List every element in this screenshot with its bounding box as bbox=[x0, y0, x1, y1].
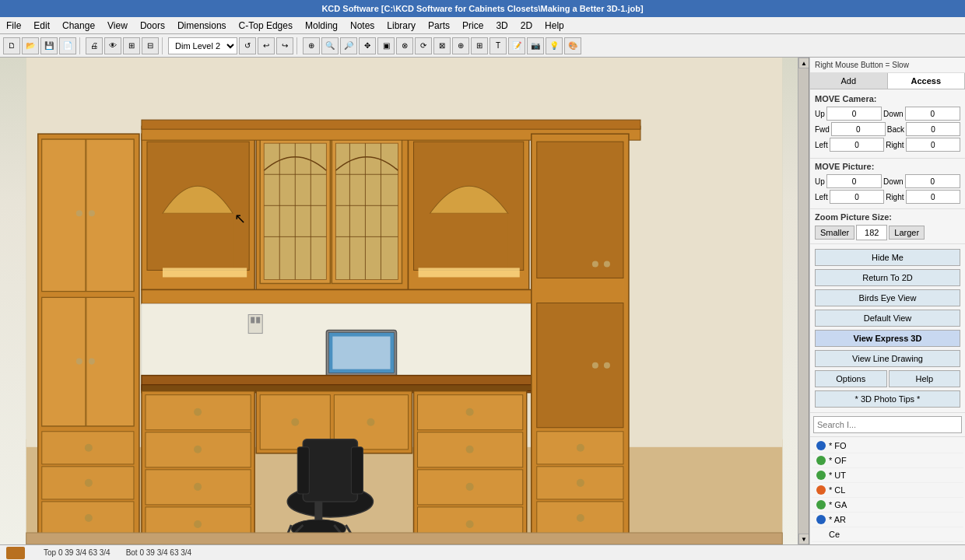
dim-level-select[interactable]: Dim Level 2 Dim Level 1 Dim Level 3 bbox=[168, 37, 237, 54]
tb-refresh[interactable]: ↺ bbox=[239, 37, 256, 54]
tb-mirror[interactable]: ⊕ bbox=[452, 37, 469, 54]
tb-open[interactable]: 📂 bbox=[22, 37, 39, 54]
zoom-controls-row: Smaller Larger bbox=[815, 225, 960, 240]
status-bar: Top 0 39 3/4 63 3/4 Bot 0 39 3/4 63 3/4 bbox=[0, 544, 965, 560]
tb-save2[interactable]: 📄 bbox=[59, 37, 76, 54]
tb-rotate[interactable]: ⟳ bbox=[415, 37, 432, 54]
svg-point-74 bbox=[466, 408, 474, 416]
search-input[interactable] bbox=[813, 416, 962, 433]
svg-point-76 bbox=[466, 446, 474, 453]
camera-fwd-label: Fwd bbox=[815, 125, 830, 134]
status-icon bbox=[6, 547, 25, 559]
menu-molding[interactable]: Molding bbox=[299, 19, 344, 33]
return-to-2d-btn[interactable]: Return To 2D bbox=[815, 269, 960, 286]
svg-rect-42 bbox=[430, 213, 508, 268]
camera-back-input[interactable] bbox=[906, 122, 960, 136]
toolbar: 🗋 📂 💾 📄 🖨 👁 ⊞ ⊟ Dim Level 2 Dim Level 1 … bbox=[0, 34, 965, 58]
list-item-cl[interactable]: * CL bbox=[812, 483, 963, 498]
list-item-ce[interactable]: Ce bbox=[812, 527, 963, 542]
picture-down-input[interactable] bbox=[905, 174, 960, 188]
list-item-ar[interactable]: * AR bbox=[812, 513, 963, 527]
zoom-smaller-btn[interactable]: Smaller bbox=[815, 226, 854, 240]
tb-zoom-fit[interactable]: ⊕ bbox=[303, 37, 320, 54]
svg-point-7 bbox=[76, 210, 82, 216]
svg-rect-46 bbox=[142, 120, 640, 129]
menu-notes[interactable]: Notes bbox=[344, 19, 381, 33]
scroll-down-arrow[interactable]: ▼ bbox=[798, 534, 809, 544]
tb-scale[interactable]: ⊠ bbox=[433, 37, 451, 54]
picture-up-input[interactable] bbox=[826, 174, 882, 188]
svg-point-71 bbox=[367, 418, 374, 426]
zoom-larger-btn[interactable]: Larger bbox=[889, 226, 925, 240]
menu-doors[interactable]: Doors bbox=[134, 19, 171, 33]
menu-price[interactable]: Price bbox=[456, 19, 490, 33]
camera-fwd-input[interactable] bbox=[831, 122, 886, 136]
camera-left-input[interactable] bbox=[830, 138, 884, 152]
list-item-ga[interactable]: * GA bbox=[812, 498, 963, 513]
tb-cam[interactable]: 📷 bbox=[527, 37, 544, 54]
tb-snap[interactable]: ⊟ bbox=[142, 37, 159, 54]
tb-new[interactable]: 🗋 bbox=[3, 37, 20, 54]
tb-select[interactable]: ▣ bbox=[377, 37, 395, 54]
menu-bar: File Edit Change View Doors Dimensions C… bbox=[0, 17, 965, 34]
picture-leftright-row: Left Right bbox=[815, 190, 960, 204]
zoom-value-input[interactable] bbox=[856, 225, 887, 240]
tb-preview[interactable]: 👁 bbox=[104, 37, 121, 54]
view-express-3d-btn[interactable]: View Express 3D bbox=[815, 330, 960, 347]
options-btn[interactable]: Options bbox=[815, 370, 887, 387]
tb-light[interactable]: 💡 bbox=[546, 37, 563, 54]
list-item-ut[interactable]: * UT bbox=[812, 468, 963, 483]
status-bot: Bot 0 39 3/4 63 3/4 bbox=[126, 548, 192, 557]
birds-eye-btn[interactable]: Birds Eye View bbox=[815, 289, 960, 306]
camera-right-input[interactable] bbox=[906, 138, 960, 152]
scroll-up-arrow[interactable]: ▲ bbox=[798, 58, 809, 68]
tb-note[interactable]: 📝 bbox=[508, 37, 525, 54]
help-btn[interactable]: Help bbox=[889, 370, 961, 387]
tab-add[interactable]: Add bbox=[810, 73, 888, 89]
list-item-fo[interactable]: * FO bbox=[812, 439, 963, 453]
tb-dim[interactable]: ⊞ bbox=[471, 37, 488, 54]
viewport-scrollbar[interactable]: ▲ ▼ bbox=[798, 58, 809, 544]
tb-grid[interactable]: ⊞ bbox=[123, 37, 140, 54]
picture-right-input[interactable] bbox=[906, 190, 960, 204]
tb-zoom-out[interactable]: 🔎 bbox=[340, 37, 357, 54]
photo-tips-btn[interactable]: * 3D Photo Tips * bbox=[815, 390, 960, 408]
menu-parts[interactable]: Parts bbox=[422, 19, 456, 33]
zoom-title: Zoom Picture Size: bbox=[815, 212, 960, 222]
default-view-btn[interactable]: Default View bbox=[815, 310, 960, 327]
items-list[interactable]: * FO * OF * UT * CL * GA * AR bbox=[810, 437, 965, 544]
camera-down-input[interactable] bbox=[905, 107, 960, 121]
tb-pan[interactable]: ✥ bbox=[359, 37, 376, 54]
camera-section: MOVE Camera: Up Down Fwd Back Left Right bbox=[810, 89, 965, 159]
view-line-drawing-btn[interactable]: View Line Drawing bbox=[815, 350, 960, 367]
menu-3d[interactable]: 3D bbox=[490, 19, 514, 33]
tb-text[interactable]: T bbox=[490, 37, 507, 54]
tab-access[interactable]: Access bbox=[888, 73, 966, 89]
menu-file[interactable]: File bbox=[0, 19, 27, 33]
tb-move[interactable]: ⊗ bbox=[396, 37, 413, 54]
tb-save[interactable]: 💾 bbox=[40, 37, 58, 54]
tb-zoom-in[interactable]: 🔍 bbox=[321, 37, 339, 54]
menu-view[interactable]: View bbox=[101, 19, 134, 33]
menu-dimensions[interactable]: Dimensions bbox=[171, 19, 233, 33]
tb-print[interactable]: 🖨 bbox=[86, 37, 103, 54]
hide-me-btn[interactable]: Hide Me bbox=[815, 249, 960, 266]
3d-viewport[interactable]: ▲ ▼ bbox=[0, 58, 809, 544]
scroll-track[interactable] bbox=[798, 68, 809, 534]
tb-undo[interactable]: ↩ bbox=[258, 37, 275, 54]
menu-change[interactable]: Change bbox=[56, 19, 101, 33]
tb-render[interactable]: 🎨 bbox=[564, 37, 581, 54]
menu-ctop-edges[interactable]: C-Top Edges bbox=[233, 19, 299, 33]
main-area: ▲ ▼ Right Mouse Button = Slow Add Access… bbox=[0, 58, 965, 544]
menu-edit[interactable]: Edit bbox=[27, 19, 56, 33]
menu-library[interactable]: Library bbox=[381, 19, 422, 33]
camera-up-input[interactable] bbox=[826, 107, 882, 121]
picture-left-input[interactable] bbox=[830, 190, 884, 204]
menu-help[interactable]: Help bbox=[539, 19, 570, 33]
dot-ut bbox=[816, 471, 826, 480]
menu-2d[interactable]: 2D bbox=[514, 19, 539, 33]
list-item-arch[interactable]: Ar bbox=[812, 542, 963, 544]
svg-point-8 bbox=[89, 210, 95, 216]
list-item-of[interactable]: * OF bbox=[812, 453, 963, 468]
tb-redo[interactable]: ↪ bbox=[276, 37, 293, 54]
